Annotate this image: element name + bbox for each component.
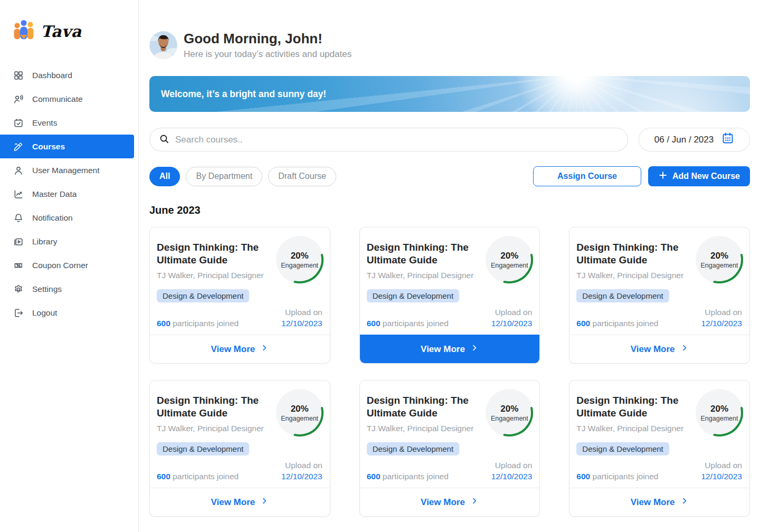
dashboard-icon [13,70,24,81]
sidebar-item-coupon-corner[interactable]: Coupon Corner [0,253,138,277]
chevron-right-icon [680,497,689,508]
engagement-value: 20% [291,251,309,261]
page-title: Good Morning, John! [184,31,352,47]
assign-course-button[interactable]: Assign Course [533,166,641,186]
sidebar-item-events[interactable]: Events [0,111,138,135]
welcome-banner-text: Welcome, it’s a bright and sunny day! [161,89,326,100]
engagement-label: Engagement [701,415,738,422]
sidebar-item-logout[interactable]: Logout [0,301,138,325]
app-name: Tava [41,22,82,41]
participants-count: 600 [367,319,381,328]
sidebar-item-label: Master Data [32,189,77,199]
sidebar-item-label: Settings [32,284,62,294]
upload-info: Upload on 12/10/2023 [281,308,322,328]
course-category-tag: Design & Development [157,289,249,302]
view-more-button[interactable]: View More [150,335,330,363]
upload-label: Upload on [281,308,322,317]
filter-by-department[interactable]: By Department [186,167,262,186]
upload-date: 12/10/2023 [701,319,742,328]
view-more-button[interactable]: View More [569,488,749,516]
sidebar-item-label: Events [32,118,57,128]
upload-info: Upload on 12/10/2023 [491,461,533,481]
participants-joined: 600 participants joined [367,472,449,481]
course-meta: 600 participants joined Upload on 12/10/… [576,308,742,328]
view-more-label: View More [631,497,675,508]
sidebar-item-label: Coupon Corner [32,261,88,270]
upload-date: 12/10/2023 [491,319,533,328]
course-category-tag: Design & Development [576,289,669,302]
search-bar [149,128,628,151]
engagement-value: 20% [710,404,728,414]
sidebar-item-courses[interactable]: Courses [0,135,134,158]
view-more-button[interactable]: View More [360,488,540,516]
sidebar-item-library[interactable]: Library [0,230,138,253]
engagement-ring-text: 20% Engagement [276,235,324,284]
course-title: Design Thinking: The Ultimate Guide [157,241,272,267]
participants-count: 600 [157,472,170,481]
date-picker[interactable]: 06 / Jun / 2023 [639,128,750,151]
app-window: Tava Dashboard Communicate Events [0,0,760,532]
engagement-ring: 20% Engagement [485,388,534,437]
coupon-icon [13,260,24,271]
engagement-ring: 20% Engagement [276,235,324,284]
add-new-course-button[interactable]: Add New Course [648,166,750,186]
filter-draft-course[interactable]: Draft Course [268,167,336,186]
user-management-icon [13,165,24,176]
search-input[interactable] [175,135,619,145]
participants-joined: 600 participants joined [576,319,658,328]
view-more-button[interactable]: View More [360,335,540,363]
sidebar-item-label: Library [32,237,57,246]
plus-icon [658,170,668,182]
course-title: Design Thinking: The Ultimate Guide [367,241,482,267]
participants-joined: 600 participants joined [367,319,449,328]
course-card: 20% Engagement Design Thinking: The Ulti… [569,380,750,517]
course-meta: 600 participants joined Upload on 12/10/… [157,461,322,481]
view-more-label: View More [421,344,465,355]
page-subtitle: Here is your today’s activities and upda… [184,49,352,60]
sidebar: Tava Dashboard Communicate Events [0,0,139,532]
upload-info: Upload on 12/10/2023 [281,461,322,481]
filter-all[interactable]: All [149,167,180,186]
engagement-ring-text: 20% Engagement [485,388,534,437]
upload-label: Upload on [701,308,742,317]
sidebar-item-notification[interactable]: Notification [0,206,138,230]
chevron-right-icon [470,344,479,355]
course-card-body: 20% Engagement Design Thinking: The Ulti… [569,381,749,488]
sidebar-item-master-data[interactable]: Master Data [0,182,138,206]
course-title: Design Thinking: The Ultimate Guide [157,394,272,420]
date-picker-value: 06 / Jun / 2023 [654,135,714,145]
course-card-body: 20% Engagement Design Thinking: The Ulti… [150,381,330,488]
view-more-button[interactable]: View More [150,488,330,516]
sidebar-item-user-management[interactable]: User Management [0,158,138,182]
sidebar-nav: Dashboard Communicate Events Courses [0,63,138,325]
course-card-body: 20% Engagement Design Thinking: The Ulti… [569,227,749,335]
course-title: Design Thinking: The Ultimate Guide [576,241,691,267]
course-meta: 600 participants joined Upload on 12/10/… [576,461,742,481]
page-header: Good Morning, John! Here is your today’s… [149,31,750,59]
sidebar-item-label: Notification [32,213,73,223]
engagement-label: Engagement [281,415,318,422]
engagement-ring: 20% Engagement [276,388,324,437]
sidebar-item-label: Communicate [32,94,83,104]
engagement-ring-text: 20% Engagement [695,235,744,284]
sidebar-item-dashboard[interactable]: Dashboard [0,63,138,87]
communicate-icon [13,94,24,104]
upload-info: Upload on 12/10/2023 [491,308,533,328]
engagement-value: 20% [291,404,309,414]
library-icon [13,236,24,247]
user-avatar[interactable] [149,31,177,59]
courses-icon [13,141,24,152]
engagement-label: Engagement [491,415,528,422]
sidebar-item-communicate[interactable]: Communicate [0,87,138,111]
participants-label: participants joined [593,472,659,481]
view-more-button[interactable]: View More [569,335,749,363]
participants-joined: 600 participants joined [576,472,658,481]
upload-info: Upload on 12/10/2023 [701,308,742,328]
engagement-value: 20% [710,251,728,261]
sidebar-item-settings[interactable]: Settings [0,277,138,301]
course-card: 20% Engagement Design Thinking: The Ulti… [359,227,540,364]
tava-logo-icon [12,19,36,43]
course-grid: 20% Engagement Design Thinking: The Ulti… [149,227,750,517]
engagement-label: Engagement [281,262,318,269]
sidebar-item-label: Courses [32,142,65,151]
